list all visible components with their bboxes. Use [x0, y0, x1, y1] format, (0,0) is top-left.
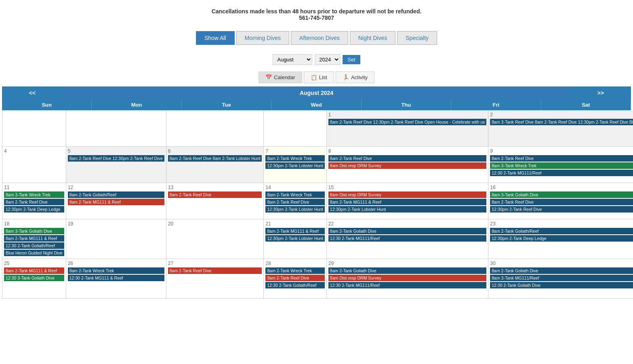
calendar-event[interactable]: 12:30pm 2-Tank Lobster Hunt — [265, 162, 324, 169]
calendar-event[interactable]: 8am 2-Tank Reef Dive 12:30pm 2-Tank Reef… — [328, 119, 486, 125]
day-number: 20 — [168, 221, 262, 227]
date-selector: JanuaryFebruaryMarchAprilMayJuneJulyAugu… — [0, 51, 633, 68]
calendar-event[interactable]: 8am 2-Tank Wreck Trek — [265, 155, 324, 162]
cal-cell: 298am 2-Tank Goliath Dive8am Dist.resp D… — [327, 259, 488, 299]
day-number: 7 — [265, 148, 324, 154]
calendar-event[interactable]: 8am 2-Tank Goliath/Reef — [490, 228, 633, 234]
day-number: 13 — [168, 185, 262, 190]
cal-cell: 28am 3-Tank Reef Dive 8am 2-Tank Reef Di… — [488, 110, 633, 147]
calendar-event[interactable]: 8am 3-Tank Wreck Trek — [4, 191, 64, 198]
day-number: 23 — [490, 221, 633, 227]
calendar-event[interactable]: 12:30pm 2-Tank Lobster Hunt — [265, 206, 324, 213]
calendar-event[interactable]: 8am 3-Tank Goliath Dive — [490, 191, 633, 198]
month-select[interactable]: JanuaryFebruaryMarchAprilMayJuneJulyAugu… — [273, 54, 312, 65]
day-number: 30 — [490, 261, 633, 266]
cal-cell: 138am 2-Tank Reef Dive — [166, 183, 264, 219]
calendar-event[interactable]: 8am 2-Tank Wreck Trek — [265, 267, 324, 274]
cal-cell: 118am 3-Tank Wreck Trek8am 2-Tank Reef D… — [2, 183, 66, 219]
calendar-event[interactable]: 8am 2-Tank MG111 & Reef — [68, 199, 164, 205]
prev-month-button[interactable]: << — [2, 86, 63, 99]
calendar-event[interactable]: 12:30pm 2-Tank Lobster Hunt — [265, 235, 324, 242]
calendar-event[interactable]: 12:30pm 2-Tank Reef Dive — [490, 206, 633, 213]
calendar-event[interactable]: 8am 2-Tank MG111 & Reef — [4, 235, 64, 242]
day-number: 4 — [4, 148, 64, 154]
calendar-event[interactable]: 12:30 2-Tank MG111/Reef — [328, 282, 486, 288]
view-tab-list[interactable]: 📋List — [304, 72, 334, 83]
calendar-event[interactable]: 12:30 2-Tank MG111/Reef — [328, 235, 486, 242]
day-number: 28 — [265, 261, 324, 266]
calendar-event[interactable]: 8am 2-Tank Reef Dive — [490, 155, 633, 162]
filter-tab-show-all[interactable]: Show All — [196, 31, 235, 45]
calendar-event[interactable]: 8am 2-Tank Goliath Dive — [328, 228, 486, 234]
calendar-event[interactable]: 12:30 2-Tank Goliath Dive — [490, 282, 633, 288]
day-header-sun: Sun — [2, 99, 92, 110]
filter-tab-morning-dives[interactable]: Morning Dives — [236, 31, 289, 45]
calendar-event[interactable]: 8am 2-Tank Reef Dive 12:30pm 2-Tank Reef… — [68, 155, 164, 162]
set-button[interactable]: Set — [343, 55, 360, 64]
calendar-event[interactable]: 8am 3-Tank Goliath Dive — [4, 228, 64, 234]
cal-cell: 20 — [166, 219, 264, 259]
day-number: 9 — [490, 148, 633, 154]
day-number: 8 — [328, 148, 486, 154]
calendar-event[interactable]: 8am 2-Tank Reef Dive — [265, 275, 324, 281]
calendar-event[interactable]: 8am 2-Tank MG111 & Reef — [328, 199, 486, 205]
cal-cell: 238am 2-Tank Goliath/Reef12:30pm 2-Tank … — [488, 219, 633, 259]
calendar-event[interactable]: 8am 2-Tank Goliath Dive — [328, 267, 486, 274]
calendar-event[interactable]: 12:30pm 2-Tank Deep Ledge — [4, 206, 64, 213]
day-number: 27 — [168, 261, 262, 266]
calendar-event[interactable]: 8am 2-Tank Wreck Trek — [68, 267, 164, 274]
year-select[interactable]: 2020202120222023202420252026202720282029… — [315, 54, 340, 65]
calendar-event[interactable]: 8am 2-Tank Reef Dive — [265, 199, 324, 205]
cal-cell: 278am 2-Tank Reef Dive — [166, 259, 264, 299]
header-notice: Cancellations made less than 48 hours pr… — [0, 0, 633, 25]
calendar-event[interactable]: 12:30 2-Tank Goliath/Reef — [265, 282, 324, 288]
view-tab-activity[interactable]: 🏃Activity — [336, 72, 374, 83]
cal-cell: 168am 3-Tank Goliath Dive8am 2-Tank Reef… — [488, 183, 633, 219]
calendar-event[interactable]: 8am Dist.resp DRM Survey — [328, 162, 486, 169]
cal-cell — [2, 110, 66, 147]
calendar-event[interactable]: 12:30pm 2-Tank Lobster Hunt — [328, 206, 486, 213]
day-number: 18 — [4, 221, 64, 227]
cal-cell: 19 — [66, 219, 166, 259]
calendar-event[interactable]: 8am 2-Tank Reef Dive — [4, 199, 64, 205]
notice-line2: 561-745-7807 — [4, 15, 629, 21]
cal-cell: 228am 2-Tank Goliath Dive12:30 2-Tank MG… — [327, 219, 488, 259]
calendar-event[interactable]: 8am 2-Tank Reef Dive 8am 2-Tank Lobster … — [168, 155, 262, 162]
cal-cell: 258am 2-Tank MG111 & Reef12:30 3-Tank Go… — [2, 259, 66, 299]
calendar-event[interactable]: 8am 2-Tank Wreck Trek — [265, 191, 324, 198]
day-number: 1 — [328, 112, 486, 118]
calendar-event[interactable]: 8am 3-Tank Wreck Trek — [490, 162, 633, 169]
calendar-event[interactable]: 8am 2-Tank MG111 & Reef — [4, 267, 64, 274]
calendar-event[interactable]: 8am 3-Tank Reef Dive 8am 2-Tank Reef Div… — [490, 119, 633, 125]
filter-tab-night-dives[interactable]: Night Dives — [350, 31, 396, 45]
day-number: 14 — [265, 185, 324, 190]
next-month-button[interactable]: >> — [570, 86, 631, 99]
calendar-event[interactable]: 8am 2-Tank Goliath/Reef — [68, 191, 164, 198]
calendar-event[interactable]: 12:30pm 2-Tank Deep Ledge — [490, 235, 633, 242]
cal-cell: 4 — [2, 147, 66, 183]
calendar-event[interactable]: 8am Dist.resp DRM Survey — [328, 191, 486, 198]
calendar-event[interactable]: 8am 2-Tank Reef Dive — [168, 267, 262, 274]
calendar-event[interactable]: 12:30 3-Tank Goliath Dive — [4, 275, 64, 281]
calendar-event[interactable]: 12:30 2-Tank MG111/Reef — [490, 170, 633, 176]
calendar-event[interactable]: 8am 2-Tank Goliath Dive — [490, 267, 633, 274]
calendar-event[interactable]: 8am 2-Tank Reef Dive — [168, 191, 262, 198]
day-header-mon: Mon — [92, 99, 181, 110]
calendar-event[interactable]: 8am 3-Tank MG111/Reef — [490, 275, 633, 281]
day-number: 5 — [68, 148, 164, 154]
calendar-event[interactable]: 12:30 2-Tank MG111 & Reef — [68, 275, 164, 281]
view-tab-calendar[interactable]: 📅Calendar — [259, 72, 302, 83]
calendar-event[interactable]: 8am Dist.resp DRM Survey — [328, 275, 486, 281]
filter-tab-specialty[interactable]: Specialty — [397, 31, 437, 45]
calendar-event[interactable]: 8am 2-Tank MG111 & Reef — [265, 228, 324, 234]
calendar-event[interactable]: 8am 2-Tank Reef Dive — [328, 155, 486, 162]
filter-tab-afternoon-dives[interactable]: Afternoon Dives — [291, 31, 348, 45]
calendar-event[interactable]: Blue Heron Guided Night Dive — [4, 250, 64, 256]
cal-cell: 268am 2-Tank Wreck Trek12:30 2-Tank MG11… — [66, 259, 166, 299]
day-number: 21 — [265, 221, 324, 227]
calendar-event[interactable]: 12:30 2-Tank Goliath/Reef — [4, 242, 64, 249]
day-header-sat: Sat — [541, 99, 631, 110]
day-number: 26 — [68, 261, 164, 266]
day-header-wed: Wed — [271, 99, 361, 110]
calendar-event[interactable]: 8am 2-Tank Reef Dive — [490, 199, 633, 205]
